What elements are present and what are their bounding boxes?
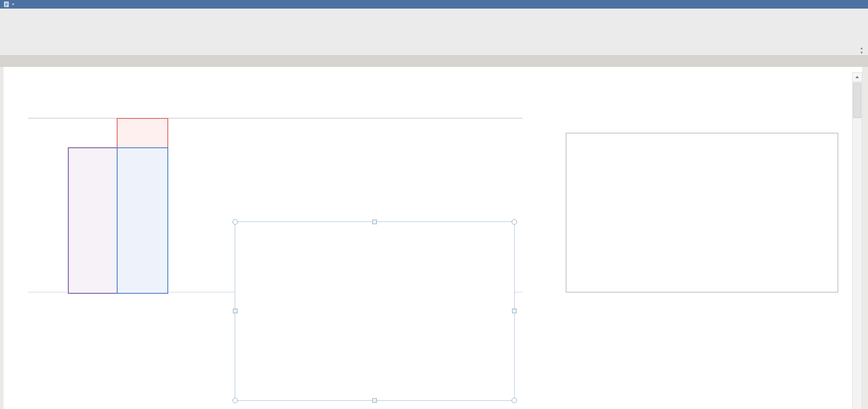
scroll-up-arrow-icon[interactable] [853, 73, 862, 82]
ribbon-toolbar: ▴▾ [0, 9, 868, 56]
selection-handle[interactable] [372, 398, 377, 403]
document-tab-bar [0, 55, 868, 67]
menu-bar: ▼ [0, 0, 868, 9]
selection-handle[interactable] [512, 309, 517, 313]
sheet-left-margin [0, 67, 4, 409]
table-top-line [28, 118, 522, 118]
application-window: ▼ ▴▾ [0, 0, 868, 409]
selection-handle[interactable] [232, 219, 238, 225]
chevron-up-icon: ▴ [860, 46, 863, 50]
app-menu-button[interactable]: ▼ [0, 0, 18, 9]
pie-chart[interactable] [235, 221, 515, 401]
selection-handle[interactable] [372, 220, 377, 224]
app-logo-icon [4, 1, 10, 7]
legend-swatch-icon [798, 203, 804, 209]
ribbon-collapse-icons[interactable]: ▴▾ [860, 46, 863, 55]
vertical-scrollbar[interactable] [852, 72, 862, 409]
selection-handle[interactable] [233, 309, 237, 313]
sheet-right-margin [862, 67, 868, 409]
chevron-down-icon: ▼ [12, 3, 15, 6]
scrollbar-thumb[interactable] [853, 83, 861, 118]
bar-chart-legend [798, 201, 834, 209]
chart-source-values-highlight [117, 147, 168, 294]
chevron-down-icon: ▾ [860, 50, 863, 55]
selection-handle[interactable] [512, 398, 517, 403]
bar-chart[interactable] [566, 133, 838, 292]
selection-handle[interactable] [512, 219, 517, 225]
bar-legend-label [806, 201, 834, 209]
selection-handle[interactable] [232, 398, 238, 403]
chart-source-header-highlight [117, 118, 168, 149]
chart-source-dates-highlight [68, 147, 119, 294]
